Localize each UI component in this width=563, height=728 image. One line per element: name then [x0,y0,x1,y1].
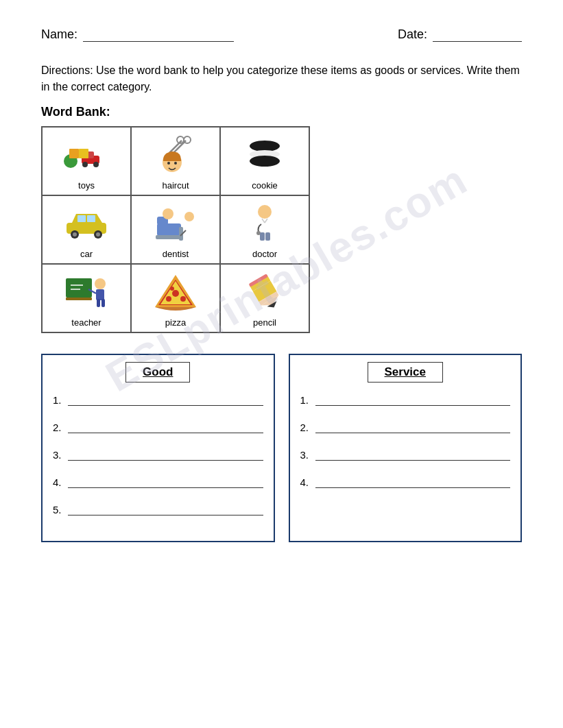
word-cell-pizza: pizza [131,264,220,332]
word-cell-pencil: pencil [220,264,309,332]
service-line-4: 4. [300,476,511,488]
svg-rect-24 [157,223,181,236]
good-line-4: 4. [53,476,263,488]
name-field: Name: [41,27,234,42]
svg-rect-5 [69,149,79,158]
car-icon [43,196,130,249]
date-underline [433,28,522,42]
good-line-3: 3. [53,448,263,461]
good-answer-1[interactable] [68,393,263,406]
word-cell-teacher: teacher [42,264,131,332]
svg-rect-33 [259,219,271,234]
word-cell-doctor: doctor [220,195,309,264]
service-answer-1[interactable] [315,393,511,406]
svg-rect-37 [260,232,265,241]
svg-rect-30 [186,221,193,234]
haircut-icon [132,128,219,180]
svg-rect-39 [66,278,92,298]
svg-rect-44 [96,289,104,300]
svg-point-28 [163,208,173,219]
pizza-label: pizza [165,317,186,328]
service-title: Service [368,362,444,383]
haircut-label: haircut [162,180,189,191]
svg-point-51 [172,290,179,297]
car-label: car [80,249,93,259]
good-answer-3[interactable] [68,448,263,461]
word-cell-car: car [42,195,131,264]
svg-rect-38 [265,232,270,241]
word-bank-title: Word Bank: [41,105,522,119]
good-answer-5[interactable] [68,503,263,515]
toys-icon [43,128,130,180]
dentist-label: dentist [163,249,189,259]
service-number-4: 4. [300,476,315,488]
directions-text: Directions: Use the word bank to help yo… [41,62,522,95]
svg-rect-47 [101,299,105,307]
cookie-icon [221,128,309,180]
pencil-label: pencil [253,317,276,328]
svg-rect-18 [77,215,86,222]
good-answer-2[interactable] [68,421,263,433]
svg-rect-6 [79,149,88,158]
svg-point-14 [250,141,280,151]
svg-point-43 [95,278,106,289]
good-box: Good 1. 2. 3. 4. 5. [41,354,275,542]
svg-point-13 [174,162,177,165]
svg-rect-46 [97,299,100,307]
good-line-5: 5. [53,503,263,515]
good-answer-4[interactable] [68,476,263,488]
good-title: Good [125,362,190,383]
svg-rect-19 [87,215,95,222]
svg-point-54 [170,287,174,291]
service-answer-4[interactable] [315,476,511,488]
svg-point-10 [184,136,191,143]
svg-point-53 [180,296,186,302]
service-number-3: 3. [300,449,315,461]
date-field: Date: [398,27,522,42]
service-line-2: 2. [300,421,511,433]
good-number-3: 3. [53,449,68,461]
svg-rect-27 [156,235,180,239]
teacher-icon [43,265,130,317]
word-cell-dentist: dentist [131,195,220,264]
svg-point-52 [166,296,171,302]
good-line-2: 2. [53,421,263,433]
word-cell-toys: toys [42,127,131,195]
good-line-1: 1. [53,393,263,406]
service-line-1: 1. [300,393,511,406]
word-cell-haircut: haircut [131,127,220,195]
good-title-wrapper: Good [53,362,263,383]
service-answer-2[interactable] [315,421,511,433]
doctor-icon [221,196,309,249]
svg-point-4 [93,162,99,167]
toys-label: toys [78,180,95,191]
good-number-4: 4. [53,476,68,488]
pencil-icon [221,265,309,317]
doctor-label: doctor [252,249,277,259]
service-box: Service 1. 2. 3. 4. [289,354,523,542]
pizza-icon [132,265,219,317]
bottom-section: Good 1. 2. 3. 4. 5. [41,354,522,542]
svg-point-23 [96,232,100,236]
name-label: Name: [41,27,77,42]
word-cell-cookie: cookie [220,127,309,195]
dentist-icon [132,196,219,249]
good-number-1: 1. [53,394,68,406]
word-bank-grid: toys [41,126,310,333]
service-title-wrapper: Service [300,362,511,383]
date-label: Date: [398,27,427,42]
name-underline [83,28,234,42]
worksheet-page: ESLprintables.com Name: Date: Directions… [0,0,563,728]
svg-rect-40 [66,298,92,300]
teacher-label: teacher [71,317,101,328]
svg-point-29 [184,212,194,221]
svg-point-32 [258,205,272,219]
service-line-3: 3. [300,448,511,461]
service-number-1: 1. [300,394,315,406]
cookie-label: cookie [252,180,278,191]
good-number-5: 5. [53,504,68,515]
service-answer-3[interactable] [315,448,511,461]
good-number-2: 2. [53,422,68,433]
svg-point-22 [73,232,77,236]
service-number-2: 2. [300,422,315,433]
